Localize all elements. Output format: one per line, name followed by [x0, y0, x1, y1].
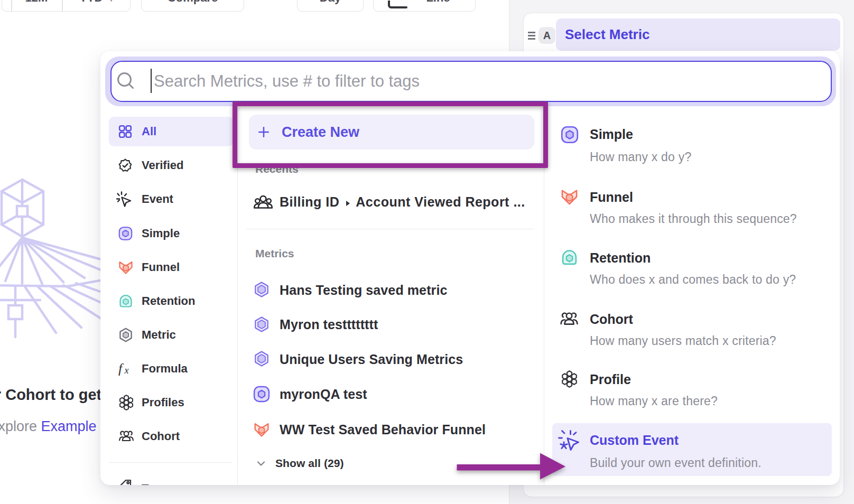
- svg-text:x: x: [124, 365, 129, 375]
- svg-text:f: f: [118, 361, 124, 376]
